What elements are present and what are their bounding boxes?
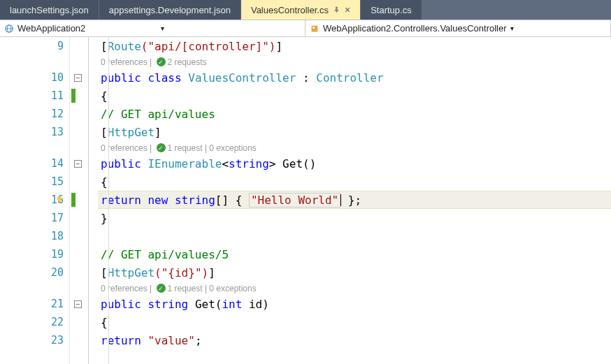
lightbulb-icon[interactable]	[55, 195, 64, 205]
code-area[interactable]: [Route("api/[controller]")] 0 references…	[98, 37, 611, 364]
tab-launchsettings[interactable]: launchSettings.json	[0, 0, 99, 20]
change-indicator-column: − − −	[70, 37, 85, 364]
nav-project-dropdown[interactable]: WebApplication2 ▾	[0, 20, 306, 36]
line-number: 15	[51, 175, 64, 188]
code-line[interactable]: public string Get(int id)	[98, 295, 611, 313]
nav-project-label: WebApplication2	[17, 23, 157, 34]
code-line[interactable]: // GET api/values/5	[98, 245, 611, 263]
line-number: 14	[51, 157, 64, 170]
globe-icon	[4, 24, 14, 34]
line-number: 11	[51, 89, 64, 102]
line-number: 9	[57, 40, 64, 52]
check-icon: ✓	[157, 284, 166, 293]
code-line[interactable]: [HttpGet("{id}")]	[98, 263, 611, 282]
code-line[interactable]: public IEnumerable<string> Get()	[98, 154, 611, 173]
svg-rect-5	[58, 202, 61, 203]
code-editor[interactable]: 9 10 11 12 13 14 15 16 17 18 19 20 21 22…	[0, 37, 611, 364]
code-line[interactable]: [HttpGet]	[98, 123, 611, 141]
line-number: 22	[51, 316, 64, 328]
change-marker	[71, 193, 76, 207]
line-number: 12	[51, 108, 64, 120]
line-number: 10	[51, 71, 64, 84]
code-line[interactable]: [Route("api/[controller]")]	[98, 37, 611, 55]
check-icon: ✓	[157, 143, 166, 152]
codelens[interactable]: 0 references | ✓1 request | 0 exceptions	[98, 282, 611, 295]
fold-toggle[interactable]: −	[74, 74, 82, 82]
nav-class-label: WebApplication2.Controllers.ValuesContro…	[323, 23, 507, 34]
class-icon	[310, 24, 319, 34]
nav-class-dropdown[interactable]: WebApplication2.Controllers.ValuesContro…	[306, 20, 611, 36]
line-number: 23	[51, 334, 64, 347]
pin-icon[interactable]	[333, 6, 340, 14]
code-line[interactable]: {	[98, 87, 611, 105]
line-number: 18	[51, 230, 64, 242]
code-line[interactable]: public class ValuesController : Controll…	[98, 68, 611, 87]
codelens[interactable]: 0 references | ✓1 request | 0 exceptions	[98, 141, 611, 154]
navigation-bar: WebApplication2 ▾ WebApplication2.Contro…	[0, 20, 611, 37]
line-number: 17	[51, 212, 64, 224]
outline-column	[85, 37, 98, 364]
chevron-down-icon: ▾	[161, 24, 301, 32]
tab-startup[interactable]: Startup.cs	[361, 0, 422, 20]
tab-valuescontroller[interactable]: ValuesController.cs ×	[241, 0, 361, 20]
code-line[interactable]	[98, 227, 611, 245]
line-number-gutter: 9 10 11 12 13 14 15 16 17 18 19 20 21 22…	[0, 37, 70, 364]
change-marker	[71, 89, 76, 103]
line-number: 19	[51, 248, 64, 261]
code-line[interactable]: }	[98, 209, 611, 227]
code-line[interactable]: {	[98, 313, 611, 331]
svg-rect-4	[312, 27, 315, 29]
code-line[interactable]: // GET api/values	[98, 105, 611, 123]
code-line-current[interactable]: return new string[] { "Hello World" };	[98, 191, 611, 209]
fold-toggle[interactable]: −	[74, 300, 82, 308]
codelens[interactable]: 0 references | ✓2 requests	[98, 55, 611, 68]
code-line[interactable]: return "value";	[98, 331, 611, 349]
fold-toggle[interactable]: −	[74, 160, 82, 168]
chevron-down-icon: ▾	[510, 24, 606, 32]
line-number: 21	[51, 298, 64, 310]
code-line[interactable]: {	[98, 173, 611, 191]
line-number: 13	[51, 126, 64, 138]
check-icon: ✓	[157, 57, 166, 66]
tab-appsettings[interactable]: appsettings.Development.json	[99, 0, 241, 20]
close-icon[interactable]: ×	[345, 5, 350, 15]
tab-bar: launchSettings.json appsettings.Developm…	[0, 0, 611, 20]
line-number: 20	[51, 266, 64, 279]
